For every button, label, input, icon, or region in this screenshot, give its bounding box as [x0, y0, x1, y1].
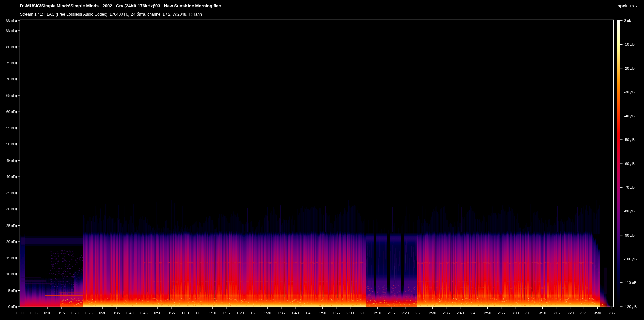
- svg-text:2:55: 2:55: [498, 311, 505, 315]
- svg-text:3:35: 3:35: [608, 311, 615, 315]
- svg-text:1:25: 1:25: [250, 311, 257, 315]
- svg-text:3:05: 3:05: [525, 311, 532, 315]
- svg-text:25 кГц: 25 кГц: [6, 223, 17, 228]
- svg-text:50 кГц: 50 кГц: [6, 142, 17, 146]
- svg-text:1:40: 1:40: [291, 311, 299, 315]
- svg-text:20 кГц: 20 кГц: [6, 240, 17, 244]
- svg-text:70 кГц: 70 кГц: [6, 77, 17, 81]
- svg-text:-120 дБ: -120 дБ: [624, 305, 637, 309]
- svg-text:2:45: 2:45: [470, 311, 477, 315]
- svg-text:-50 дБ: -50 дБ: [624, 138, 635, 142]
- svg-text:1:45: 1:45: [305, 311, 312, 315]
- svg-text:0:25: 0:25: [85, 311, 92, 315]
- svg-text:60 кГц: 60 кГц: [6, 110, 17, 114]
- svg-text:D:\MUSIC\Simple Minds\Simple M: D:\MUSIC\Simple Minds\Simple Minds - 200…: [20, 3, 221, 8]
- svg-text:0:05: 0:05: [30, 311, 37, 315]
- svg-text:3:10: 3:10: [539, 311, 546, 315]
- svg-text:55 кГц: 55 кГц: [6, 126, 17, 130]
- svg-text:0:15: 0:15: [58, 311, 65, 315]
- svg-text:35 кГц: 35 кГц: [6, 191, 17, 195]
- svg-text:15 кГц: 15 кГц: [6, 256, 17, 260]
- svg-text:-90 дБ: -90 дБ: [624, 233, 635, 237]
- svg-text:1:00: 1:00: [181, 311, 189, 315]
- svg-text:0:30: 0:30: [99, 311, 106, 315]
- svg-text:0:45: 0:45: [140, 311, 147, 315]
- svg-text:-110 дБ: -110 дБ: [624, 281, 637, 285]
- svg-text:-100 дБ: -100 дБ: [624, 257, 637, 261]
- svg-text:2:20: 2:20: [401, 311, 409, 315]
- svg-text:1:50: 1:50: [319, 311, 326, 315]
- svg-text:1:35: 1:35: [278, 311, 285, 315]
- svg-text:65 кГц: 65 кГц: [6, 93, 17, 98]
- svg-text:75 кГц: 75 кГц: [6, 61, 17, 65]
- svg-text:2:10: 2:10: [374, 311, 381, 315]
- svg-text:0 дБ: 0 дБ: [624, 18, 632, 22]
- svg-text:2:30: 2:30: [429, 311, 436, 315]
- svg-text:10 кГц: 10 кГц: [6, 272, 17, 276]
- svg-text:1:30: 1:30: [264, 311, 271, 315]
- svg-text:2:05: 2:05: [360, 311, 367, 315]
- svg-text:0:00: 0:00: [16, 311, 23, 315]
- svg-text:3:25: 3:25: [580, 311, 587, 315]
- svg-text:2:15: 2:15: [388, 311, 395, 315]
- svg-text:88 кГц: 88 кГц: [6, 18, 17, 22]
- svg-text:2:00: 2:00: [346, 311, 354, 315]
- svg-text:0:20: 0:20: [71, 311, 78, 315]
- svg-text:3:30: 3:30: [594, 311, 601, 315]
- svg-text:3:00: 3:00: [512, 311, 519, 315]
- svg-text:0:50: 0:50: [154, 311, 161, 315]
- svg-text:5 кГц: 5 кГц: [8, 289, 17, 293]
- svg-text:2:40: 2:40: [457, 311, 464, 315]
- svg-text:1:10: 1:10: [209, 311, 216, 315]
- svg-text:-20 дБ: -20 дБ: [624, 66, 635, 70]
- svg-text:0:10: 0:10: [44, 311, 51, 315]
- svg-text:1:55: 1:55: [333, 311, 340, 315]
- svg-text:1:20: 1:20: [236, 311, 244, 315]
- svg-text:-70 дБ: -70 дБ: [624, 185, 635, 189]
- svg-text:0 кГц: 0 кГц: [8, 305, 17, 309]
- svg-text:2:35: 2:35: [443, 311, 450, 315]
- svg-text:3:15: 3:15: [553, 311, 560, 315]
- svg-text:2:50: 2:50: [484, 311, 491, 315]
- svg-text:30 кГц: 30 кГц: [6, 207, 17, 211]
- svg-text:0:55: 0:55: [168, 311, 175, 315]
- svg-text:1:05: 1:05: [195, 311, 202, 315]
- svg-text:45 кГц: 45 кГц: [6, 158, 17, 163]
- svg-text:-80 дБ: -80 дБ: [624, 209, 635, 213]
- svg-text:40 кГц: 40 кГц: [6, 175, 17, 179]
- svg-text:0:40: 0:40: [126, 311, 133, 315]
- svg-text:Stream 1 / 1: FLAC (Free Lossl: Stream 1 / 1: FLAC (Free Lossless Audio …: [20, 12, 202, 17]
- svg-text:2:25: 2:25: [415, 311, 422, 315]
- svg-text:1:15: 1:15: [223, 311, 230, 315]
- svg-text:-10 дБ: -10 дБ: [624, 42, 635, 46]
- svg-text:0.8.5: 0.8.5: [629, 4, 637, 8]
- svg-text:-60 дБ: -60 дБ: [624, 162, 635, 166]
- svg-text:spek: spek: [618, 3, 628, 8]
- svg-text:80 кГц: 80 кГц: [6, 45, 17, 49]
- svg-text:85 кГц: 85 кГц: [6, 28, 17, 33]
- svg-text:0:35: 0:35: [113, 311, 120, 315]
- svg-text:3:20: 3:20: [567, 311, 574, 315]
- svg-text:-30 дБ: -30 дБ: [624, 90, 635, 94]
- svg-text:-40 дБ: -40 дБ: [624, 114, 635, 118]
